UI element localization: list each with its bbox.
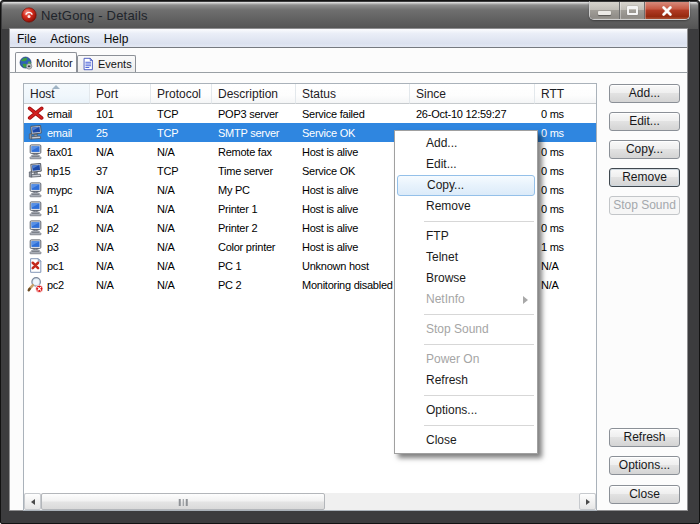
scrollbar-thumb[interactable] [41,493,325,510]
remove-button[interactable]: Remove [609,168,680,187]
options-button[interactable]: Options... [609,456,680,475]
tabstrip-baseline [10,72,687,73]
cell-protocol: N/A [151,256,212,275]
cell-rtt: 0 ms [535,199,596,218]
column-header-description[interactable]: Description [212,84,296,104]
cell-description: SMTP server [212,123,296,142]
cell-status: Service failed [296,104,410,123]
table-row-email[interactable]: email101TCPPOP3 serverService failed26-O… [24,104,596,123]
host-name: p3 [47,241,59,253]
column-header-port[interactable]: Port [90,84,151,104]
caption-buttons [589,1,690,20]
cell-port: N/A [90,256,151,275]
stop-sound-button: Stop Sound [609,196,680,215]
cell-protocol: TCP [151,123,212,142]
context-menu-options[interactable]: Options... [395,400,537,421]
cell-status: Unknown host [296,256,410,275]
column-header-protocol[interactable]: Protocol [151,84,212,104]
cell-status: Host is alive [296,142,410,161]
cell-rtt: 0 ms [535,123,596,142]
cell-description: Color printer [212,237,296,256]
menu-separator [395,217,537,226]
edit-button[interactable]: Edit... [609,112,680,131]
close-button[interactable] [645,2,689,19]
scroll-right-button[interactable] [579,493,596,510]
cell-status: Service OK [296,161,410,180]
copy-button[interactable]: Copy... [609,140,680,159]
cell-description: PC 2 [212,275,296,294]
computer-server-icon [27,162,44,179]
submenu-arrow-icon [523,296,528,304]
scroll-left-button[interactable] [24,493,41,510]
context-menu-telnet[interactable]: Telnet [395,247,537,268]
cell-rtt: 1 ms [535,237,596,256]
cell-description: Remote fax [212,142,296,161]
context-menu-browse[interactable]: Browse [395,268,537,289]
minimize-button[interactable] [590,2,620,19]
tab-monitor[interactable]: Monitor [15,52,77,72]
window-title: NetGong - Details [41,8,148,23]
host-name: p1 [47,203,59,215]
cell-rtt: 0 ms [535,180,596,199]
cell-description: POP3 server [212,104,296,123]
column-header-status[interactable]: Status [296,84,410,104]
cell-protocol: N/A [151,180,212,199]
cell-host: pc2 [24,275,90,294]
host-name: mypc [47,184,72,196]
cell-rtt: N/A [535,256,596,275]
computer-icon [27,143,44,160]
cell-port: N/A [90,142,151,161]
host-name: p2 [47,222,59,234]
tab-label: Events [98,58,132,70]
cell-port: 25 [90,123,151,142]
context-menu-close[interactable]: Close [395,430,537,451]
context-menu-power-on: Power On [395,349,537,370]
menu-separator [395,421,537,430]
horizontal-scrollbar[interactable] [24,493,596,510]
computer-server-icon [27,124,44,141]
context-menu-refresh[interactable]: Refresh [395,370,537,391]
close-button[interactable]: Close [609,485,680,504]
cell-host: fax01 [24,142,90,161]
cell-description: Printer 1 [212,199,296,218]
cell-port: 37 [90,161,151,180]
cell-description: PC 1 [212,256,296,275]
cell-status: Host is alive [296,237,410,256]
table-header: HostPortProtocolDescriptionStatusSinceRT… [24,84,596,104]
cell-protocol: TCP [151,161,212,180]
page-error-icon [27,257,44,274]
cell-host: p3 [24,237,90,256]
host-name: email [47,127,72,139]
menu-file[interactable]: File [10,30,43,47]
cell-protocol: N/A [151,237,212,256]
search-disabled-icon [27,276,44,293]
refresh-button[interactable]: Refresh [609,428,680,447]
column-header-since[interactable]: Since [410,84,535,104]
column-header-host[interactable]: Host [24,84,90,104]
cell-description: Time server [212,161,296,180]
context-menu-add[interactable]: Add... [395,133,537,154]
context-menu-remove[interactable]: Remove [395,196,537,217]
cell-host: hp15 [24,161,90,180]
cell-description: My PC [212,180,296,199]
menu-separator [395,391,537,400]
cell-port: N/A [90,199,151,218]
sort-ascending-icon [52,85,60,89]
cell-rtt: 0 ms [535,161,596,180]
menu-help[interactable]: Help [97,30,136,47]
tab-events[interactable]: Events [77,55,136,72]
tabstrip: EventsMonitor [10,51,687,71]
globe-icon [19,56,33,70]
minimize-icon [598,11,611,15]
column-header-rtt[interactable]: RTT [535,84,596,104]
maximize-button[interactable] [620,2,645,19]
client-area: EventsMonitor HostPortProtocolDescriptio… [10,49,687,510]
computer-icon [27,219,44,236]
add-button[interactable]: Add... [609,84,680,103]
menu-actions[interactable]: Actions [43,30,96,47]
cell-rtt: 0 ms [535,104,596,123]
context-menu-edit[interactable]: Edit... [395,154,537,175]
context-menu-copy[interactable]: Copy... [397,175,535,196]
context-menu-ftp[interactable]: FTP [395,226,537,247]
context-menu-stop-sound: Stop Sound [395,319,537,340]
